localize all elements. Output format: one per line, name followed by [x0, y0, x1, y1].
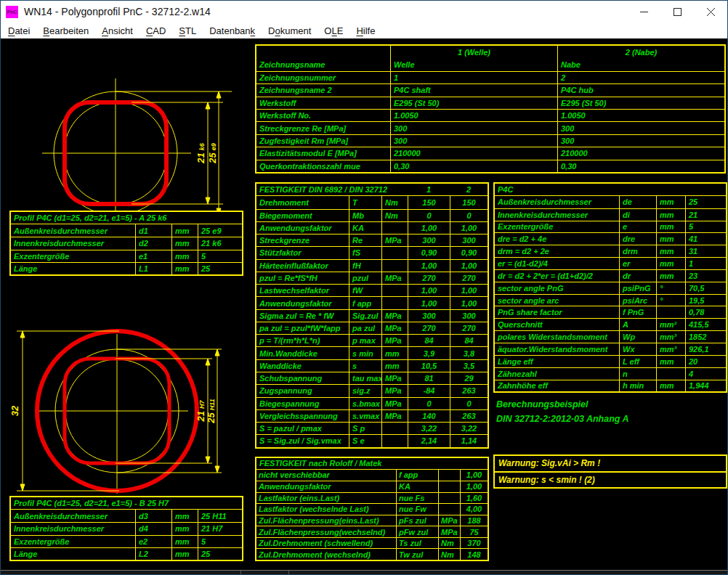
column-header-shaft: 1 (Welle) — [391, 46, 558, 58]
table-cell: 300 — [558, 122, 724, 134]
table-row: StützfaktorfS0,900,90 — [256, 246, 488, 258]
table-cell: f app — [349, 297, 382, 309]
table-cell: Nabe — [558, 58, 724, 70]
roloff-matek-title: FESTIGKEIT nach Roloff / Matek — [256, 458, 488, 470]
row-label: Querkontraktionszahl mue — [256, 160, 391, 172]
table-cell: 1,00 — [450, 260, 488, 272]
table-row: Innenkreisdurchmesserdimm21 — [495, 208, 726, 221]
close-button[interactable] — [694, 1, 727, 23]
row-label: nicht verschiebbar — [256, 470, 397, 481]
row-label: Innenkreisdurchmesser — [11, 237, 136, 249]
table-cell: 370 — [461, 538, 488, 549]
table-cell: er — [620, 258, 657, 269]
table-cell: 2,14 — [408, 435, 450, 446]
row-label: Drehmoment — [256, 196, 349, 208]
table-cell: f app — [397, 470, 439, 481]
table-row: Elastizitätsmodul E [MPa]210000210000 — [256, 147, 724, 159]
table-cell: Sig.zul — [349, 310, 382, 322]
table-cell: 0,30 — [558, 160, 724, 172]
calculation-note: Berechnungsbeispiel DIN 32712-2:2012-03 … — [496, 397, 628, 426]
menu-stl[interactable]: STL — [172, 23, 203, 38]
row-label: äquator.Widerstandsmoment — [495, 343, 620, 355]
menu-hilfe[interactable]: Hilfe — [349, 23, 381, 38]
profile-a-title: Profil P4C (d1=25, d2=21, e1=5) - A 25 k… — [11, 212, 242, 224]
table-cell — [382, 297, 408, 309]
table-cell: e1 — [136, 250, 172, 262]
table-cell: 21 k6 — [198, 237, 242, 249]
table-cell: 41 — [686, 233, 726, 245]
row-label: Querschnitt — [495, 319, 620, 330]
row-label: Wanddicke — [256, 360, 349, 372]
menu-dokument[interactable]: Dokument — [262, 23, 318, 38]
table-cell: e — [620, 221, 657, 233]
table-row: Zul.Drehmoment (wechselnd)Tw zulNm148 — [256, 548, 488, 560]
table-cell: mm — [657, 258, 686, 269]
row-label: Zähnezahl — [495, 368, 620, 380]
table-row: LängeL2mm25 — [11, 547, 242, 560]
strength-din-header: FESTIGKEIT DIN 6892 / DIN 32712 1 2 — [256, 184, 488, 196]
row-label: PnG share factor — [495, 306, 620, 318]
table-row: WerkstoffE295 (St 50)E295 (St 50) — [256, 97, 724, 109]
table-cell: 300 — [450, 235, 488, 246]
menu-ansicht[interactable]: Ansicht — [95, 23, 139, 38]
row-label: Lastfaktor (eins.Last) — [256, 493, 397, 504]
table-cell: mm — [657, 356, 686, 367]
table-cell: 2 — [558, 72, 724, 83]
row-label: Zahnhöhe eff — [495, 380, 620, 392]
column-header-hub: 2 (Nabe) — [558, 46, 724, 58]
table-cell: L2 — [136, 548, 172, 560]
table-cell: 300 — [391, 122, 558, 134]
row-label: pa zul = pzul*fW*fapp — [256, 322, 349, 334]
table-cell: KA — [349, 222, 382, 234]
row-label: Werkstoff — [256, 97, 391, 109]
row-label: Zul.Flächenpressung(wechselnd) — [256, 526, 397, 537]
table-row: AnwendungsfaktorKA1,001,00 — [256, 221, 488, 234]
row-label: sector angle PnG — [495, 282, 620, 294]
minimize-icon — [640, 8, 648, 16]
table-cell: ° — [657, 295, 686, 306]
table-cell: mm — [382, 347, 408, 359]
table-cell: 0,78 — [686, 306, 726, 318]
table-cell: mm — [172, 536, 198, 547]
row-label: Zul.Drehmoment (wechselnd) — [256, 549, 397, 560]
menu-datenbank[interactable]: Datenbank — [203, 23, 262, 38]
minimize-button[interactable] — [627, 1, 660, 23]
table-cell: mm — [382, 360, 408, 372]
table-cell: MPa — [382, 272, 408, 284]
table-cell: 25 e9 — [198, 224, 242, 237]
row-label: Länge — [11, 548, 136, 560]
table-cell: 415,5 — [686, 319, 726, 330]
table-cell: Nm — [382, 210, 408, 221]
app-icon-label: PnC — [7, 9, 17, 15]
window-title: WN14 - Polygonprofil PnC - 32712-2.w14 — [24, 6, 211, 17]
column-header-1: 1 — [408, 185, 450, 194]
table-cell: Mb — [349, 210, 382, 221]
table-row: polares WiderstandsmomentWpmm³1852 — [495, 330, 726, 343]
table-cell: E295 (St 50) — [558, 97, 724, 109]
row-label: Min.Wanddicke — [256, 347, 349, 359]
menu-bearbeiten[interactable]: Bearbeiten — [36, 23, 95, 38]
maximize-button[interactable] — [660, 1, 694, 23]
status-separator — [288, 571, 289, 574]
menu-datei[interactable]: Datei — [1, 23, 36, 38]
table-row: Wanddickesmm10,53,5 — [256, 359, 488, 372]
dim-outer-label: 25H11 — [206, 399, 217, 423]
row-label: sector angle arc — [495, 295, 620, 306]
table-cell: mm — [172, 224, 198, 237]
strength-din-body: DrehmomentTNm150150BiegemomentMbNm00Anwe… — [256, 196, 488, 446]
note-line-2: DIN 32712-2:2012-03 Anhang A — [496, 412, 628, 426]
menu-cad[interactable]: CAD — [139, 23, 172, 38]
table-cell: d2 — [136, 237, 172, 249]
table-cell: 3,9 — [408, 347, 450, 359]
table-cell — [382, 435, 408, 446]
strength-din-title: FESTIGKEIT DIN 6892 / DIN 32712 — [256, 185, 408, 194]
menu-ole[interactable]: OLE — [318, 23, 349, 38]
table-cell: 188 — [461, 515, 488, 526]
table-cell: 25 H11 — [198, 510, 242, 522]
table-cell: 84 — [450, 335, 488, 346]
row-label: polares Widerstandsmoment — [495, 331, 620, 343]
table-row: BiegemomentMbNm00 — [256, 209, 488, 221]
table-cell: 1,00 — [408, 260, 450, 272]
window-controls — [627, 1, 727, 23]
table-cell: 0,90 — [450, 247, 488, 258]
